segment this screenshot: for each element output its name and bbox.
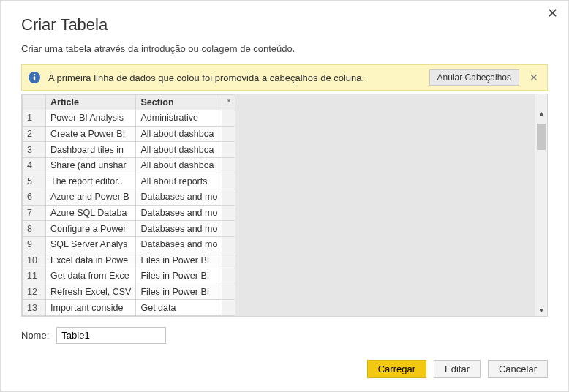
cell-section[interactable]: Get data: [136, 300, 222, 316]
cell-empty: [222, 173, 235, 189]
cell-article[interactable]: Important conside: [46, 300, 136, 316]
dialog-footer: Carregar Editar Cancelar: [21, 360, 548, 378]
cell-article[interactable]: Configure a Power: [46, 221, 136, 237]
row-number: 5: [23, 173, 46, 189]
row-number: 6: [23, 189, 46, 206]
cell-article[interactable]: Azure SQL Databa: [46, 205, 136, 221]
name-label: Nome:: [21, 330, 49, 341]
dialog-subtitle: Criar uma tabela através da introdução o…: [21, 43, 548, 54]
dialog-title: Criar Tabela: [21, 15, 548, 34]
cell-article[interactable]: Refresh Excel, CSV: [46, 284, 136, 300]
dialog-close-button[interactable]: ✕: [544, 5, 561, 21]
table-row[interactable]: 1Power BI AnalysisAdministrative: [23, 110, 235, 127]
data-grid[interactable]: Article Section * 1Power BI AnalysisAdmi…: [22, 94, 235, 316]
cell-article[interactable]: Azure and Power B: [46, 189, 136, 206]
column-header-section[interactable]: Section: [136, 95, 222, 110]
cell-section[interactable]: All about dashboa: [136, 126, 222, 142]
table-row[interactable]: 5The report editor..All about reports: [23, 173, 235, 189]
cell-section[interactable]: Files in Power BI: [136, 268, 222, 284]
cell-section[interactable]: All about reports: [136, 173, 222, 189]
table-name-input[interactable]: [56, 327, 166, 344]
cell-section[interactable]: Files in Power BI: [136, 252, 222, 268]
load-button[interactable]: Carregar: [367, 360, 426, 378]
cell-empty: [222, 300, 235, 316]
row-number: 10: [23, 252, 46, 268]
table-row[interactable]: 10Excel data in PoweFiles in Power BI: [23, 252, 235, 268]
table-row[interactable]: 11Get data from ExceFiles in Power BI: [23, 268, 235, 284]
cell-empty: [222, 252, 235, 268]
row-number: 1: [23, 110, 46, 127]
cell-article[interactable]: Get data from Exce: [46, 268, 136, 284]
create-table-dialog: Criar Tabela Criar uma tabela através da…: [1, 1, 568, 391]
row-number: 3: [23, 142, 46, 158]
cell-empty: [222, 205, 235, 221]
data-grid-container: Article Section * 1Power BI AnalysisAdmi…: [21, 94, 548, 317]
cell-article[interactable]: Power BI Analysis: [46, 110, 136, 127]
table-row[interactable]: 7Azure SQL DatabaDatabases and mo: [23, 205, 235, 221]
cell-empty: [222, 189, 235, 206]
table-row[interactable]: 9SQL Server AnalysDatabases and mo: [23, 236, 235, 252]
cell-empty: [222, 268, 235, 284]
cell-section[interactable]: Databases and mo: [136, 221, 222, 237]
cell-empty: [222, 284, 235, 300]
cell-section[interactable]: All about dashboa: [136, 142, 222, 158]
cell-empty: [222, 221, 235, 237]
cell-empty: [222, 157, 235, 173]
info-banner: A primeira linha de dados que colou foi …: [21, 64, 548, 91]
row-number: 8: [23, 221, 46, 237]
scroll-thumb[interactable]: [537, 124, 546, 150]
row-number: 4: [23, 157, 46, 173]
table-row[interactable]: 3Dashboard tiles inAll about dashboa: [23, 142, 235, 158]
cell-article[interactable]: SQL Server Analys: [46, 236, 136, 252]
row-number: 2: [23, 126, 46, 142]
scroll-down-arrow[interactable]: ▾: [535, 304, 547, 316]
table-row[interactable]: 4Share (and unsharAll about dashboa: [23, 157, 235, 173]
row-number: 13: [23, 300, 46, 316]
table-row[interactable]: 13Important consideGet data: [23, 300, 235, 316]
cell-section[interactable]: Databases and mo: [136, 189, 222, 206]
cell-section[interactable]: Databases and mo: [136, 236, 222, 252]
cell-article[interactable]: Dashboard tiles in: [46, 142, 136, 158]
info-icon: [28, 71, 41, 84]
banner-close-button[interactable]: ✕: [527, 72, 541, 83]
svg-rect-2: [34, 76, 35, 80]
table-row[interactable]: 12Refresh Excel, CSVFiles in Power BI: [23, 284, 235, 300]
cell-article[interactable]: Share (and unshar: [46, 157, 136, 173]
row-number: 9: [23, 236, 46, 252]
cell-section[interactable]: Databases and mo: [136, 205, 222, 221]
scroll-up-arrow[interactable]: ▴: [535, 107, 547, 119]
column-header-article[interactable]: Article: [46, 95, 136, 110]
cell-article[interactable]: The report editor..: [46, 173, 136, 189]
cell-empty: [222, 142, 235, 158]
row-number: 12: [23, 284, 46, 300]
cell-article[interactable]: Create a Power BI: [46, 126, 136, 142]
table-row[interactable]: 8Configure a PowerDatabases and mo: [23, 221, 235, 237]
cell-article[interactable]: Excel data in Powe: [46, 252, 136, 268]
svg-point-1: [34, 74, 36, 76]
row-number: 11: [23, 268, 46, 284]
table-row[interactable]: 2Create a Power BIAll about dashboa: [23, 126, 235, 142]
cell-empty: [222, 110, 235, 127]
name-row: Nome:: [21, 327, 548, 344]
cell-empty: [222, 236, 235, 252]
undo-headers-button[interactable]: Anular Cabeçalhos: [429, 69, 519, 86]
cancel-button[interactable]: Cancelar: [488, 360, 548, 378]
vertical-scrollbar[interactable]: ▴ ▾: [535, 94, 547, 316]
cell-section[interactable]: All about dashboa: [136, 157, 222, 173]
table-row[interactable]: 6Azure and Power BDatabases and mo: [23, 189, 235, 206]
row-number: 7: [23, 205, 46, 221]
cell-section[interactable]: Files in Power BI: [136, 284, 222, 300]
row-number-header: [23, 95, 46, 110]
banner-message: A primeira linha de dados que colou foi …: [48, 72, 422, 83]
cell-empty: [222, 126, 235, 142]
edit-button[interactable]: Editar: [434, 360, 481, 378]
cell-section[interactable]: Administrative: [136, 110, 222, 127]
add-column-button[interactable]: *: [222, 95, 235, 110]
